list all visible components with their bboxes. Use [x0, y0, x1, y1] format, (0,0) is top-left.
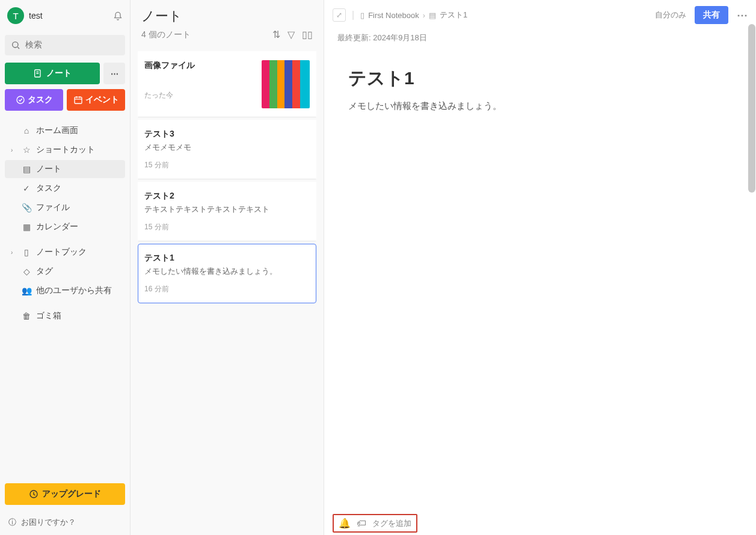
note-card-snippet [144, 73, 257, 83]
share-button[interactable]: 共有 [695, 6, 728, 24]
scrollbar-thumb[interactable] [748, 24, 755, 193]
people-icon: 👥 [22, 286, 31, 295]
note-card-time: たった今 [144, 90, 257, 101]
new-note-button[interactable]: ノート [5, 63, 100, 84]
tag-bar: 🔔 🏷 タグを追加 [333, 514, 417, 533]
note-card-title: テスト3 [144, 129, 310, 140]
note-card[interactable]: テスト3メモメモメモ15 分前 [138, 120, 316, 179]
note-breadcrumb-icon: ▤ [429, 11, 436, 20]
note-card[interactable]: テスト1メモしたい情報を書き込みましょう。16 分前 [138, 244, 316, 303]
tag-icon: ◇ [22, 267, 31, 276]
visibility-label[interactable]: 自分のみ [655, 10, 686, 20]
reminder-icon[interactable]: 🔔 [339, 518, 351, 529]
calendar-nav-icon: ▦ [22, 222, 31, 232]
clip-icon: 📎 [22, 203, 31, 212]
note-card[interactable]: 画像ファイルたった今 [138, 51, 316, 117]
nav-calendar[interactable]: ›▦カレンダー [5, 218, 125, 236]
note-card-time: 15 分前 [144, 222, 310, 232]
trash-icon: 🗑 [22, 311, 31, 321]
nav-trash[interactable]: ›🗑ゴミ箱 [5, 307, 125, 325]
svg-point-2 [17, 96, 24, 104]
notebook-breadcrumb-icon: ▯ [360, 11, 364, 20]
upgrade-button[interactable]: アップグレード [5, 483, 125, 505]
tag-add-icon[interactable]: 🏷 [357, 518, 366, 529]
editor-toolbar: ⤢ | ▯ First Notebook › ▤ テスト1 自分のみ 共有 ⋯ [324, 0, 756, 30]
add-tag-button[interactable]: タグを追加 [372, 518, 411, 529]
account-section[interactable]: T test [5, 5, 125, 26]
calendar-icon [73, 95, 83, 105]
expand-icon[interactable]: ⤢ [333, 8, 346, 22]
search-placeholder: 検索 [25, 40, 42, 51]
sidebar: T test 検索 ノート ⋯ タスク イベント [0, 0, 131, 535]
nav-files[interactable]: ›📎ファイル [5, 199, 125, 217]
note-thumbnail [262, 60, 310, 108]
help-icon: ⓘ [8, 517, 16, 528]
editor-panel: ⤢ | ▯ First Notebook › ▤ テスト1 自分のみ 共有 ⋯ … [324, 0, 756, 535]
search-icon [11, 40, 20, 50]
note-list-panel: ノート 4 個のノート ⇅ ▽ ▯▯ 画像ファイルたった今テスト3メモメモメモ1… [131, 0, 324, 535]
notifications-icon[interactable] [113, 10, 123, 21]
note-card-snippet: テキストテキストテキストテキスト [144, 204, 310, 215]
nav-home[interactable]: ›⌂ホーム画面 [5, 122, 125, 140]
breadcrumb: ▯ First Notebook › ▤ テスト1 [360, 10, 467, 20]
task-icon [16, 95, 25, 105]
nav-shortcuts[interactable]: ›☆ショートカット [5, 141, 125, 159]
breadcrumb-note[interactable]: テスト1 [440, 10, 467, 20]
username: test [29, 11, 108, 20]
nav-shared[interactable]: ›👥他のユーザから共有 [5, 282, 125, 300]
sidebar-nav: ›⌂ホーム画面 ›☆ショートカット ›▤ノート ›✓タスク ›📎ファイル ›▦カ… [5, 122, 125, 483]
nav-tasks[interactable]: ›✓タスク [5, 179, 125, 197]
star-icon: ☆ [22, 145, 31, 155]
sort-icon[interactable]: ⇅ [272, 29, 280, 40]
help-link[interactable]: ⓘ お困りですか？ [5, 513, 125, 533]
note-card[interactable]: テスト2テキストテキストテキストテキスト15 分前 [138, 182, 316, 241]
avatar[interactable]: T [7, 7, 24, 24]
note-card-time: 15 分前 [144, 160, 310, 170]
upgrade-icon [29, 489, 38, 499]
home-icon: ⌂ [22, 126, 31, 135]
note-card-time: 16 分前 [144, 284, 310, 294]
note-card-title: テスト1 [144, 253, 310, 264]
check-icon: ✓ [22, 184, 31, 193]
note-icon: ▤ [22, 164, 31, 174]
note-card-snippet: メモしたい情報を書き込みましょう。 [144, 266, 310, 277]
nav-notebooks[interactable]: ›▯ノートブック [5, 243, 125, 261]
note-list-title: ノート [141, 7, 313, 25]
search-input[interactable]: 検索 [5, 35, 125, 55]
new-more-button[interactable]: ⋯ [103, 63, 125, 84]
note-body-input[interactable]: メモしたい情報を書き込みましょう。 [348, 101, 732, 112]
new-event-button[interactable]: イベント [67, 89, 125, 111]
note-card-snippet: メモメモメモ [144, 142, 310, 153]
svg-rect-3 [75, 97, 82, 104]
filter-icon[interactable]: ▽ [287, 29, 295, 40]
editor-body[interactable]: テスト1 メモしたい情報を書き込みましょう。 [324, 54, 756, 535]
note-title-input[interactable]: テスト1 [348, 66, 732, 91]
nav-tags[interactable]: ›◇タグ [5, 262, 125, 280]
last-updated: 最終更新: 2024年9月18日 [324, 30, 756, 54]
note-card-title: テスト2 [144, 191, 310, 202]
new-task-button[interactable]: タスク [5, 89, 63, 111]
svg-point-0 [13, 42, 18, 48]
nav-notes[interactable]: ›▤ノート [5, 160, 125, 178]
editor-more-icon[interactable]: ⋯ [737, 8, 748, 22]
note-card-title: 画像ファイル [144, 60, 257, 71]
notebook-icon: ▯ [22, 247, 31, 257]
breadcrumb-notebook[interactable]: First Notebook [368, 11, 419, 20]
note-count: 4 個のノート [141, 29, 191, 40]
view-icon[interactable]: ▯▯ [302, 29, 313, 40]
note-plus-icon [33, 69, 43, 78]
scrollbar-track[interactable] [748, 24, 755, 535]
